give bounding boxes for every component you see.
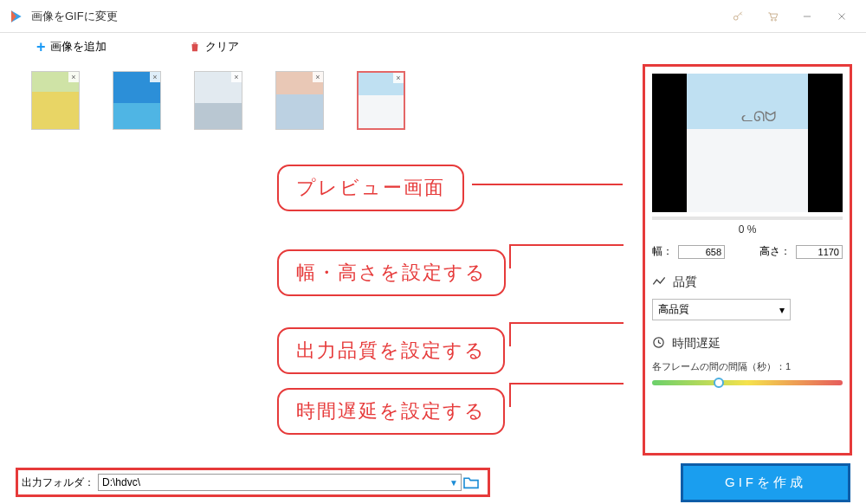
quality-section-title: 品質 <box>673 275 697 290</box>
delay-section-title: 時間遅延 <box>672 336 721 352</box>
thumbnail-remove-button[interactable]: × <box>150 72 160 82</box>
cart-icon[interactable] <box>755 0 790 33</box>
clear-button[interactable]: クリア <box>189 39 239 55</box>
annotation-preview: プレビュー画面 <box>277 165 464 211</box>
quality-select[interactable]: 高品質 ▾ <box>652 299 791 320</box>
preview-image <box>687 74 809 212</box>
annotation-connector <box>509 322 511 346</box>
thumbnail-selected[interactable]: × <box>357 71 405 130</box>
thumbnail-remove-button[interactable]: × <box>231 72 242 82</box>
width-label: 幅： <box>652 244 673 259</box>
key-icon[interactable] <box>721 0 755 33</box>
annotation-quality: 出力品質を設定する <box>277 327 505 374</box>
annotation-connector <box>509 244 511 268</box>
thumbnail[interactable]: × <box>113 71 161 130</box>
width-input[interactable] <box>678 245 725 259</box>
title-bar: 画像をGIFに変更 <box>0 0 866 33</box>
add-image-label: 画像を追加 <box>50 39 107 55</box>
close-button[interactable] <box>824 0 859 33</box>
svg-point-4 <box>775 19 777 21</box>
height-input[interactable] <box>796 245 843 259</box>
footer: 出力フォルダ： ▼ GIFを作成 <box>0 461 866 504</box>
create-gif-button[interactable]: GIFを作成 <box>681 463 850 502</box>
annotation-delay: 時間遅延を設定する <box>277 388 505 435</box>
output-folder-label: 出力フォルダ： <box>22 475 94 490</box>
trash-icon <box>189 41 201 53</box>
window-title: 画像をGIFに変更 <box>31 9 118 24</box>
delay-value: 1 <box>785 361 791 372</box>
minimize-button[interactable] <box>790 0 824 33</box>
plus-icon: + <box>36 39 46 55</box>
settings-panel: 0 % 幅： 高さ： 品質 高品質 ▾ <box>639 61 866 461</box>
app-logo-icon <box>7 8 24 25</box>
annotation-connector <box>511 322 624 324</box>
delay-interval-label: 各フレームの間の間隔（秒）：1 <box>652 360 843 373</box>
clear-label: クリア <box>205 39 239 55</box>
chevron-down-icon: ▾ <box>779 304 785 316</box>
thumbnail-remove-button[interactable]: × <box>313 72 323 82</box>
height-label: 高さ： <box>759 244 791 259</box>
annotation-connector <box>509 383 511 407</box>
annotation-connector <box>511 383 624 384</box>
svg-point-3 <box>772 19 773 21</box>
thumbnail-area: × × × × × プレビュー画面 幅・高さを設定する 出力品質を設定する 時間… <box>0 61 639 461</box>
thumbnail[interactable]: × <box>31 71 80 130</box>
delay-slider[interactable] <box>652 380 843 385</box>
quality-icon <box>652 275 666 289</box>
clock-icon <box>652 336 665 352</box>
svg-point-2 <box>734 16 738 20</box>
slider-handle[interactable] <box>714 378 724 388</box>
annotation-dimensions: 幅・高さを設定する <box>277 249 506 296</box>
toolbar: + 画像を追加 クリア <box>0 33 866 61</box>
annotation-connector <box>511 244 624 246</box>
thumbnail-remove-button[interactable]: × <box>393 73 404 83</box>
progress-bar <box>652 216 843 220</box>
output-folder-input[interactable] <box>98 474 462 491</box>
quality-selected-value: 高品質 <box>658 302 689 317</box>
preview-pane <box>652 74 843 212</box>
thumbnail-remove-button[interactable]: × <box>68 72 79 82</box>
thumbnail[interactable]: × <box>194 71 242 130</box>
annotation-connector <box>472 184 623 185</box>
add-image-button[interactable]: + 画像を追加 <box>36 39 107 55</box>
progress-text: 0 % <box>652 223 843 236</box>
browse-folder-button[interactable] <box>462 475 481 490</box>
thumbnail[interactable]: × <box>275 71 324 130</box>
